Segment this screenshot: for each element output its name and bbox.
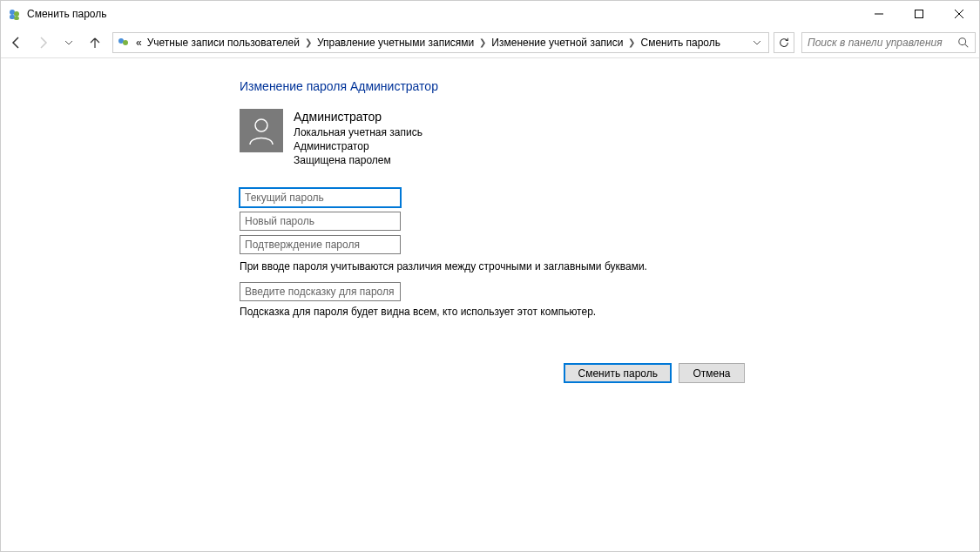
address-icon (117, 36, 131, 50)
cancel-button[interactable]: Отмена (679, 363, 745, 383)
svg-rect-5 (916, 10, 923, 18)
account-summary: Администратор Локальная учетная запись А… (240, 109, 979, 167)
password-hint-input[interactable] (240, 282, 401, 301)
search-box[interactable] (801, 32, 976, 53)
address-bar[interactable]: « Учетные записи пользователей ❯ Управле… (112, 32, 769, 53)
svg-point-10 (959, 37, 966, 44)
svg-point-1 (14, 11, 19, 17)
account-name: Администратор (294, 109, 422, 125)
breadcrumb-item[interactable]: Сменить пароль (640, 37, 720, 49)
app-icon (8, 7, 22, 21)
close-button[interactable] (939, 1, 979, 27)
window-controls (859, 1, 979, 27)
breadcrumb-item[interactable]: Учетные записи пользователей (147, 37, 300, 49)
submit-button[interactable]: Сменить пароль (564, 363, 672, 383)
nav-back-button[interactable] (4, 30, 29, 55)
password-form: При вводе пароля учитываются различия ме… (240, 188, 727, 323)
chevron-right-icon: ❯ (628, 37, 635, 47)
confirm-password-input[interactable] (240, 235, 401, 254)
case-sensitive-note: При вводе пароля учитываются различия ме… (240, 260, 727, 273)
chevron-right-icon: ❯ (305, 37, 312, 47)
address-dropdown-icon[interactable] (749, 38, 765, 47)
titlebar: Сменить пароль (1, 1, 979, 27)
breadcrumb-item[interactable]: Управление учетными записями (317, 37, 474, 49)
search-input[interactable] (808, 37, 957, 49)
page-title: Изменение пароля Администратор (240, 79, 979, 93)
account-info: Администратор Локальная учетная запись А… (294, 109, 422, 167)
content-area: Изменение пароля Администратор Администр… (1, 58, 979, 383)
svg-rect-3 (14, 17, 19, 20)
svg-point-9 (123, 40, 128, 45)
nav-up-button[interactable] (83, 30, 107, 55)
account-type: Локальная учетная запись (294, 125, 422, 139)
account-protection: Защищена паролем (294, 153, 422, 167)
account-role: Администратор (294, 139, 422, 153)
navbar: « Учетные записи пользователей ❯ Управле… (1, 27, 979, 58)
minimize-button[interactable] (859, 1, 899, 27)
search-icon (957, 37, 970, 49)
svg-point-12 (255, 119, 267, 131)
hint-visibility-note: Подсказка для пароля будет видна всем, к… (240, 306, 727, 318)
breadcrumb: « Учетные записи пользователей ❯ Управле… (136, 37, 744, 49)
breadcrumb-prefix[interactable]: « (136, 37, 142, 49)
nav-recent-dropdown[interactable] (57, 30, 81, 55)
current-password-input[interactable] (240, 188, 401, 207)
svg-line-11 (965, 44, 969, 47)
chevron-right-icon: ❯ (479, 37, 486, 47)
nav-forward-button[interactable] (30, 30, 55, 55)
button-row: Сменить пароль Отмена (240, 363, 745, 383)
avatar (240, 109, 283, 152)
maximize-button[interactable] (899, 1, 939, 27)
new-password-input[interactable] (240, 212, 401, 231)
breadcrumb-item[interactable]: Изменение учетной записи (491, 37, 623, 49)
refresh-button[interactable] (774, 32, 794, 53)
window-title: Сменить пароль (27, 8, 859, 20)
